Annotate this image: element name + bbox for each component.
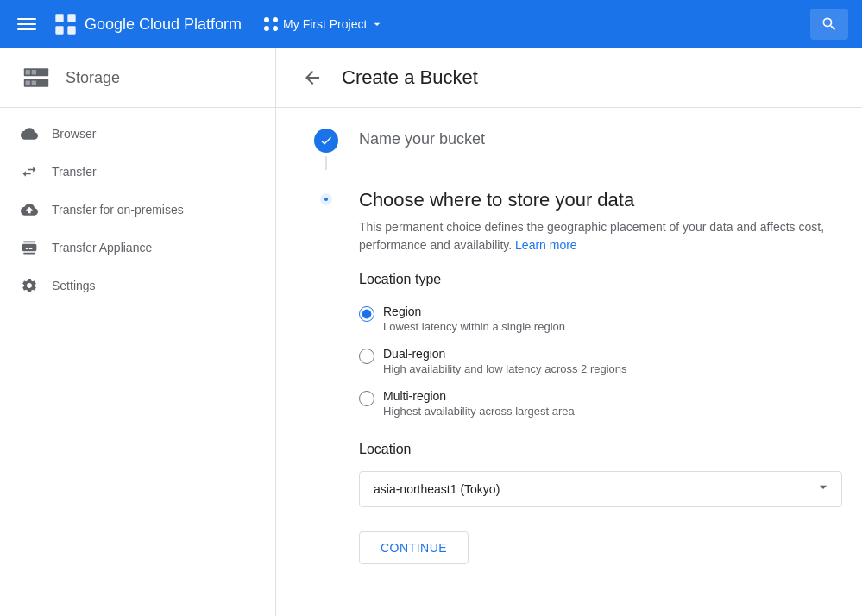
sidebar-item-settings-label: Settings [52, 279, 96, 292]
page-header: Create a Bucket [276, 48, 862, 108]
sidebar-nav: Browser Transfer Transfer for on-pre [0, 108, 275, 311]
step-1-indicator [311, 129, 342, 173]
step-1: Name your bucket [311, 129, 827, 173]
radio-dual-region-input[interactable] [359, 349, 374, 364]
transfer-icon [21, 163, 38, 180]
svg-rect-9 [26, 70, 30, 74]
location-select-wrap: asia-northeast1 (Tokyo) us-central1 (Iow… [359, 471, 842, 507]
svg-point-4 [264, 17, 269, 22]
app-name: Google Cloud Platform [85, 16, 242, 34]
svg-rect-13 [32, 81, 36, 85]
sidebar-item-transfer-label: Transfer [52, 165, 97, 179]
svg-rect-12 [26, 81, 30, 85]
wizard-content: Name your bucket Choose where to store y… [276, 108, 862, 599]
location-type-section: Location type Region Lowest latency with… [359, 272, 842, 421]
sidebar-item-transfer-on-premises[interactable]: Transfer for on-premises [0, 191, 275, 229]
radio-region-input[interactable] [359, 306, 374, 322]
location-type-radio-group: Region Lowest latency within a single re… [359, 301, 842, 421]
settings-icon [21, 277, 38, 294]
radio-multi-region-text: Multi-region Highest availability across… [383, 389, 575, 418]
sidebar-item-settings[interactable]: Settings [0, 267, 275, 305]
radio-option-region[interactable]: Region Lowest latency within a single re… [359, 301, 842, 336]
radio-region-text: Region Lowest latency within a single re… [383, 305, 565, 333]
step-2-description: This permanent choice defines the geogra… [359, 218, 842, 255]
step-1-circle [314, 129, 338, 153]
radio-option-multi-region[interactable]: Multi-region Highest availability across… [359, 386, 842, 421]
search-icon [821, 16, 838, 33]
project-dots-icon [262, 16, 280, 33]
sidebar: Storage Browser Transfer [0, 48, 276, 616]
step-2-body: Choose where to store your data This per… [359, 187, 842, 564]
step-2-circle [320, 193, 332, 205]
svg-point-5 [273, 17, 278, 22]
learn-more-link[interactable]: Learn more [515, 238, 577, 252]
svg-rect-10 [32, 70, 36, 74]
storage-header-icon [21, 62, 52, 93]
app-logo: Google Cloud Platform [53, 12, 242, 36]
radio-option-dual-region[interactable]: Dual-region High availability and low la… [359, 343, 842, 379]
back-arrow-icon [302, 67, 323, 88]
sidebar-header: Storage [0, 48, 275, 108]
back-button[interactable] [297, 62, 328, 93]
menu-button[interactable] [14, 15, 40, 34]
main-content: Create a Bucket Name your bucket [276, 48, 862, 616]
sidebar-title: Storage [66, 69, 120, 87]
bucket-icon [21, 125, 38, 142]
sidebar-item-transfer-on-premises-label: Transfer for on-premises [52, 203, 184, 217]
sidebar-item-transfer-appliance-label: Transfer Appliance [52, 241, 152, 255]
sidebar-item-transfer-appliance[interactable]: Transfer Appliance [0, 229, 275, 267]
radio-multi-region-label: Multi-region [383, 389, 575, 403]
location-select[interactable]: asia-northeast1 (Tokyo) us-central1 (Iow… [359, 471, 842, 507]
step-1-title: Name your bucket [359, 130, 827, 148]
continue-button[interactable]: CONTINUE [359, 531, 469, 564]
svg-point-7 [273, 26, 278, 31]
appliance-icon [21, 239, 38, 256]
svg-rect-1 [67, 14, 75, 22]
main-layout: Storage Browser Transfer [0, 48, 862, 616]
step-2: Choose where to store your data This per… [311, 187, 827, 564]
sidebar-item-browser-label: Browser [52, 127, 96, 141]
location-title: Location [359, 442, 842, 457]
svg-rect-0 [55, 14, 63, 22]
project-name: My First Project [283, 17, 367, 31]
radio-multi-region-input[interactable] [359, 391, 374, 406]
location-type-title: Location type [359, 272, 842, 287]
radio-region-desc: Lowest latency within a single region [383, 320, 565, 333]
radio-dual-region-text: Dual-region High availability and low la… [383, 347, 627, 375]
radio-multi-region-desc: Highest availability across largest area [383, 405, 575, 418]
svg-rect-3 [67, 26, 75, 34]
svg-point-6 [264, 26, 269, 31]
radio-dual-region-label: Dual-region [383, 347, 627, 361]
radio-region-label: Region [383, 305, 565, 318]
radio-dual-region-desc: High availability and low latency across… [383, 362, 627, 375]
project-selector[interactable]: My First Project [262, 16, 384, 33]
step-2-title: Choose where to store your data [359, 189, 842, 211]
project-dropdown-icon [370, 17, 384, 31]
cloud-upload-icon [21, 201, 38, 218]
step-1-line [325, 156, 327, 170]
sidebar-item-transfer[interactable]: Transfer [0, 153, 275, 191]
page-title: Create a Bucket [342, 66, 478, 89]
sidebar-item-browser[interactable]: Browser [0, 115, 275, 153]
navbar: Google Cloud Platform My First Project [0, 0, 862, 48]
location-section: Location asia-northeast1 (Tokyo) us-cent… [359, 442, 842, 507]
search-button[interactable] [810, 9, 848, 40]
step-2-indicator [311, 187, 342, 564]
checkmark-icon [319, 134, 333, 148]
svg-rect-2 [55, 26, 63, 34]
step-2-circle-wrap [314, 187, 338, 211]
step-1-body: Name your bucket [359, 129, 827, 173]
